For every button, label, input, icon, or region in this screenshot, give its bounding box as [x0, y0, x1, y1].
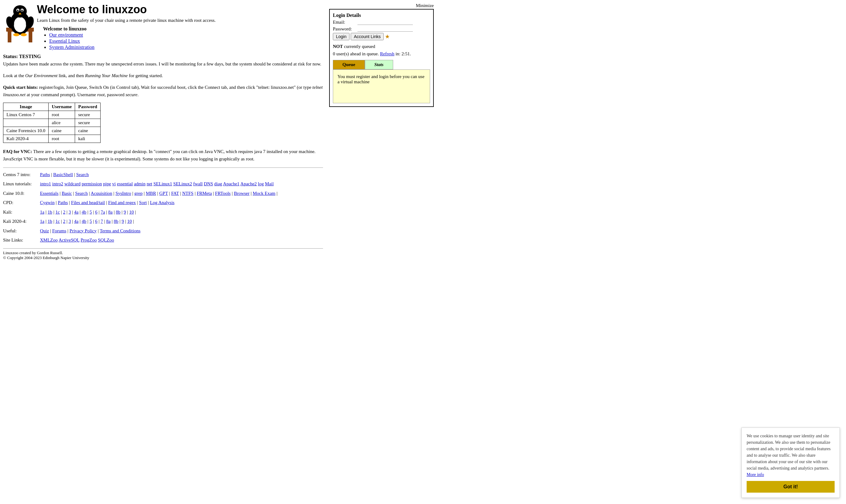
- svg-rect-2: [29, 32, 32, 42]
- useful-label: Useful:: [3, 227, 40, 235]
- site-title: Welcome to linuxzoo: [37, 3, 215, 16]
- password-field[interactable]: [358, 26, 413, 32]
- cpd-row: CPD: Cygwin | Paths | Files and head/tai…: [3, 198, 323, 207]
- account-links-button[interactable]: Account Links: [351, 33, 384, 40]
- status-title: Status: TESTING: [3, 54, 41, 59]
- table-header-username: Username: [49, 103, 75, 111]
- nav-system-admin[interactable]: System Administration: [49, 44, 215, 50]
- centos-links: Paths | BasicShell | Search: [40, 170, 323, 179]
- caine-label: Caine 10.0:: [3, 189, 40, 198]
- refresh-link[interactable]: Refresh: [380, 51, 394, 56]
- tab-stats[interactable]: Stats: [365, 60, 393, 70]
- footer: Linuxzoo created by Gordon Russell. © Co…: [3, 248, 323, 260]
- minimize-button[interactable]: Minimize: [416, 3, 434, 8]
- svg-rect-1: [8, 32, 11, 42]
- minimize-bar: Minimize: [329, 3, 434, 8]
- svg-point-5: [14, 17, 26, 32]
- table-row: alice secure: [3, 119, 101, 127]
- status-section: Status: TESTING Updates have been made a…: [3, 54, 323, 68]
- footer-line1: Linuxzoo created by Gordon Russell.: [3, 250, 323, 255]
- main-content: Welcome to linuxzoo Learn Linux from the…: [3, 3, 329, 260]
- environment-hint: Look at the Our Environment link, and th…: [3, 72, 323, 79]
- linux-tutorial-links: intro1 intro2 wildcard permission pipe v…: [40, 179, 323, 188]
- header-text: Welcome to linuxzoo Learn Linux from the…: [37, 3, 215, 51]
- svg-point-12: [22, 10, 23, 11]
- login-buttons: Login Account Links ★: [333, 33, 430, 40]
- svg-point-6: [13, 5, 27, 18]
- footer-line2: © Copyright 2004-2023 Edinburgh Napier U…: [3, 255, 323, 260]
- login-box: Login Details Email: Password: Login Acc…: [329, 9, 434, 107]
- site-links-label: Site Links:: [3, 236, 40, 245]
- queue-content: You must register and login before you c…: [333, 70, 430, 103]
- email-field[interactable]: [358, 19, 413, 25]
- status-body: Updates have been made across the system…: [3, 60, 323, 68]
- site-links: XMLZoo ActiveSQL ProgZoo SQLZoo: [40, 236, 323, 245]
- link-search[interactable]: Search: [76, 172, 89, 177]
- useful-links: Quiz | Forums | Privacy Policy | Terms a…: [40, 227, 323, 235]
- site-subtitle: Learn Linux from the safety of your chai…: [37, 18, 215, 23]
- tab-row: Queue Stats: [333, 60, 430, 70]
- table-row: Linux Centos 7 root secure: [3, 111, 101, 119]
- email-label: Email:: [333, 20, 358, 25]
- queue-status: NOT currently queued 0 user(s) ahead in …: [333, 43, 430, 57]
- kali-row: Kali: 1a | 1b | 1c | 2 | 3 | 4a | 4b | 5…: [3, 208, 323, 217]
- vm-table: Image Username Password Linux Centos 7 r…: [3, 103, 101, 143]
- tux-logo: [3, 3, 37, 46]
- cpd-label: CPD:: [3, 198, 40, 207]
- site-links-row: Site Links: XMLZoo ActiveSQL ProgZoo SQL…: [3, 236, 323, 245]
- kali-2020-label: Kali 2020-4:: [3, 217, 40, 226]
- faq-vnc: FAQ for VNC: There are a few options to …: [3, 148, 323, 163]
- password-label: Password:: [333, 26, 358, 32]
- star-icon: ★: [385, 33, 390, 40]
- tutorial-section: Centos 7 intro: Paths | BasicShell | Sea…: [3, 167, 323, 245]
- table-row: Caine Forensics 10.0 caine caine: [3, 127, 101, 134]
- link-paths[interactable]: Paths: [40, 172, 50, 177]
- quickstart-text: register/login, Join Queue, Switch On (i…: [3, 85, 323, 97]
- table-row: Kali 2020-4 root kali: [3, 134, 101, 143]
- nav-welcome: Welcome to linuxzoo: [43, 26, 215, 32]
- svg-point-17: [21, 33, 27, 36]
- caine-row: Caine 10.0: Essentials | Basic | Search …: [3, 189, 323, 198]
- table-header-password: Password: [75, 103, 101, 111]
- quickstart-section: Quick start hints: register/login, Join …: [3, 84, 323, 98]
- centos-intro-row: Centos 7 intro: Paths | BasicShell | Sea…: [3, 170, 323, 179]
- right-panel: Minimize Login Details Email: Password: …: [329, 3, 434, 260]
- linux-tutorials-row: Linux tutorials: intro1 intro2 wildcard …: [3, 179, 323, 188]
- centos-label: Centos 7 intro:: [3, 170, 40, 179]
- svg-point-9: [17, 10, 19, 11]
- table-header-image: Image: [3, 103, 49, 111]
- login-button[interactable]: Login: [333, 33, 349, 40]
- kali-2020-links: 1a | 1b | 1c | 2 | 3 | 4a | 4b | 5 | 6 |…: [40, 217, 323, 226]
- terms-link[interactable]: Terms and Conditions: [100, 228, 140, 233]
- password-row: Password:: [333, 26, 430, 32]
- useful-row: Useful: Quiz | Forums | Privacy Policy |…: [3, 227, 323, 235]
- cpd-links: Cygwin | Paths | Files and head/tail | F…: [40, 198, 323, 207]
- login-title: Login Details: [333, 13, 430, 18]
- queue-message: You must register and login before you c…: [338, 74, 425, 84]
- linux-tutorials-label: Linux tutorials:: [3, 179, 40, 188]
- kali-links: 1a | 1b | 1c | 2 | 3 | 4a | 4b | 5 | 6 |…: [40, 208, 323, 217]
- email-row: Email:: [333, 19, 430, 25]
- header-section: Welcome to linuxzoo Learn Linux from the…: [3, 3, 323, 51]
- kali-2020-row: Kali 2020-4: 1a | 1b | 1c | 2 | 3 | 4a |…: [3, 217, 323, 226]
- nav-essential-linux[interactable]: Essential Linux: [49, 38, 215, 44]
- nav-our-environment[interactable]: Our environment: [49, 32, 215, 38]
- svg-point-10: [21, 10, 23, 11]
- kali-label: Kali:: [3, 208, 40, 217]
- svg-point-16: [13, 33, 19, 36]
- tab-queue[interactable]: Queue: [333, 60, 365, 70]
- link-basicshell[interactable]: BasicShell: [53, 172, 73, 177]
- svg-point-11: [18, 10, 18, 11]
- caine-links: Essentials | Basic | Search | Acquisitio…: [40, 189, 323, 198]
